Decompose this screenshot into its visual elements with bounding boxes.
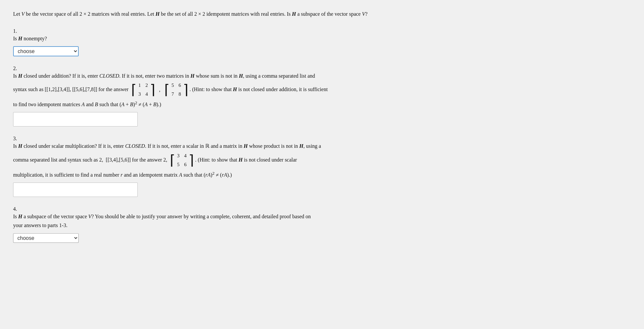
section-2-input[interactable] — [13, 112, 138, 126]
section-4: Is H a subspace of the vector space V? Y… — [13, 212, 631, 242]
bracket-right-3: ⌉ — [189, 153, 194, 167]
matrix-2-grid: 56 78 — [170, 80, 183, 99]
bracket-right-1: ⌉ — [150, 83, 155, 97]
section-4-dropdown[interactable]: choose Yes No — [13, 233, 79, 243]
section-3-input[interactable] — [13, 183, 138, 197]
section-3-question: Is H closed under scalar multiplication?… — [13, 142, 631, 179]
bracket-right-2: ⌉ — [183, 83, 188, 97]
bracket-left-2: ⌈ — [164, 83, 170, 97]
matrix-1-grid: 12 34 — [136, 80, 150, 99]
section-1: Is H nonempty? choose Yes No — [13, 34, 631, 56]
bracket-left-3: ⌈ — [170, 153, 175, 167]
intro-paragraph: Let V be the vector space of all 2 × 2 m… — [13, 10, 630, 18]
section-1-dropdown[interactable]: choose Yes No — [13, 46, 79, 56]
section-1-question: Is H nonempty? — [13, 34, 631, 43]
section-2: Is H closed under addition? If it is, en… — [13, 71, 631, 127]
section-2-question: Is H closed under addition? If it is, en… — [13, 71, 631, 109]
matrix-3-grid: 34 56 — [175, 151, 189, 170]
section-3: Is H closed under scalar multiplication?… — [13, 142, 631, 197]
section-4-question: Is H a subspace of the vector space V? Y… — [13, 212, 631, 230]
bracket-left-1: ⌈ — [131, 83, 136, 97]
